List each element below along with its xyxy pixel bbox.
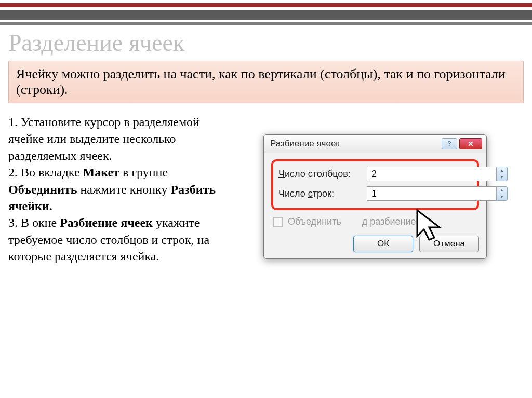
close-icon: ✕ xyxy=(468,140,474,148)
columns-label: Число столбцов: xyxy=(278,169,367,180)
columns-spinner[interactable]: ▲ ▼ xyxy=(367,167,508,181)
help-button[interactable]: ? xyxy=(442,138,457,149)
close-button[interactable]: ✕ xyxy=(459,138,482,149)
merge-checkbox[interactable] xyxy=(273,217,283,227)
columns-spin-up[interactable]: ▲ xyxy=(497,167,507,174)
columns-input[interactable] xyxy=(367,167,496,181)
highlight-annotation: Число столбцов: ▲ ▼ Число строк: xyxy=(271,159,479,210)
rows-spin-up[interactable]: ▲ xyxy=(497,187,507,194)
page-title: Разделение ячеек xyxy=(8,29,532,57)
dialog-titlebar[interactable]: Разбиение ячеек ? ✕ xyxy=(264,135,486,153)
ok-button[interactable]: ОК xyxy=(353,236,413,252)
rows-spinner[interactable]: ▲ ▼ xyxy=(367,186,508,201)
instructions-text: 1. Установите курсор в разделяемой ячейк… xyxy=(8,114,216,265)
merge-label: Объединить д разбиением xyxy=(288,216,422,227)
top-decorative-bars xyxy=(0,0,532,25)
cancel-button[interactable]: Отмена xyxy=(419,236,479,252)
help-icon: ? xyxy=(447,140,451,147)
rows-spin-down[interactable]: ▼ xyxy=(497,194,507,201)
merge-checkbox-row[interactable]: Объединить д разбиением xyxy=(273,216,479,227)
dialog-title: Разбиение ячеек xyxy=(270,139,440,149)
columns-spin-down[interactable]: ▼ xyxy=(497,174,507,181)
split-cells-dialog: Разбиение ячеек ? ✕ Число столбцов: ▲ xyxy=(263,134,487,259)
rows-input[interactable] xyxy=(367,186,496,201)
info-box: Ячейку можно разделить на части, как по … xyxy=(8,61,524,103)
rows-label: Число строк: xyxy=(278,188,367,199)
